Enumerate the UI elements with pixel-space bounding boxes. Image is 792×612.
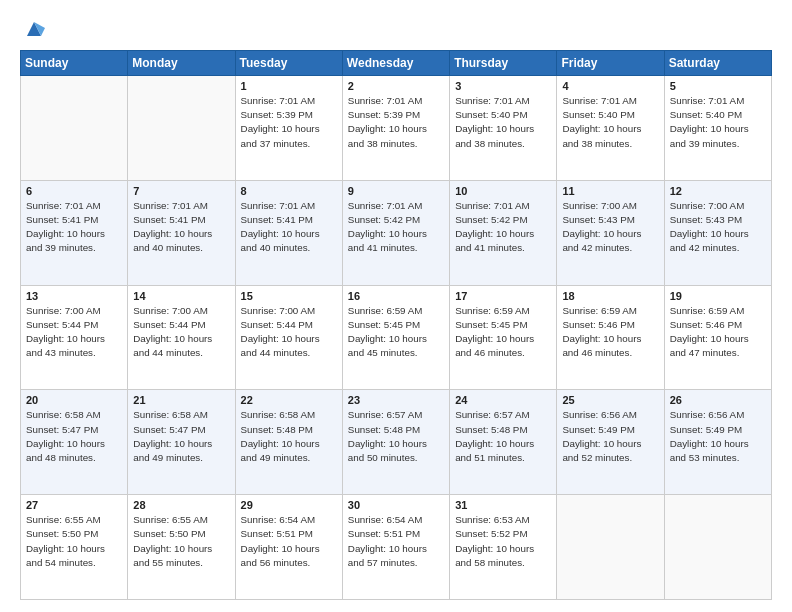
- calendar-day-cell: 9Sunrise: 7:01 AM Sunset: 5:42 PM Daylig…: [342, 180, 449, 285]
- day-number: 29: [241, 499, 337, 511]
- day-info: Sunrise: 6:59 AM Sunset: 5:46 PM Dayligh…: [670, 304, 766, 361]
- day-number: 26: [670, 394, 766, 406]
- calendar-day-cell: 18Sunrise: 6:59 AM Sunset: 5:46 PM Dayli…: [557, 285, 664, 390]
- calendar-day-cell: 12Sunrise: 7:00 AM Sunset: 5:43 PM Dayli…: [664, 180, 771, 285]
- calendar-body: 1Sunrise: 7:01 AM Sunset: 5:39 PM Daylig…: [21, 76, 772, 600]
- day-info: Sunrise: 7:00 AM Sunset: 5:44 PM Dayligh…: [26, 304, 122, 361]
- day-number: 27: [26, 499, 122, 511]
- day-number: 4: [562, 80, 658, 92]
- calendar-day-cell: 25Sunrise: 6:56 AM Sunset: 5:49 PM Dayli…: [557, 390, 664, 495]
- weekday-header: Friday: [557, 51, 664, 76]
- day-number: 15: [241, 290, 337, 302]
- logo: [20, 18, 45, 40]
- weekday-header: Sunday: [21, 51, 128, 76]
- calendar-day-cell: 8Sunrise: 7:01 AM Sunset: 5:41 PM Daylig…: [235, 180, 342, 285]
- calendar-day-cell: 30Sunrise: 6:54 AM Sunset: 5:51 PM Dayli…: [342, 495, 449, 600]
- weekday-header-row: SundayMondayTuesdayWednesdayThursdayFrid…: [21, 51, 772, 76]
- day-info: Sunrise: 7:01 AM Sunset: 5:41 PM Dayligh…: [241, 199, 337, 256]
- calendar-day-cell: 11Sunrise: 7:00 AM Sunset: 5:43 PM Dayli…: [557, 180, 664, 285]
- day-info: Sunrise: 7:01 AM Sunset: 5:40 PM Dayligh…: [455, 94, 551, 151]
- calendar-day-cell: 2Sunrise: 7:01 AM Sunset: 5:39 PM Daylig…: [342, 76, 449, 181]
- calendar-day-cell: 10Sunrise: 7:01 AM Sunset: 5:42 PM Dayli…: [450, 180, 557, 285]
- weekday-header: Wednesday: [342, 51, 449, 76]
- day-info: Sunrise: 7:00 AM Sunset: 5:43 PM Dayligh…: [562, 199, 658, 256]
- calendar-day-cell: 4Sunrise: 7:01 AM Sunset: 5:40 PM Daylig…: [557, 76, 664, 181]
- calendar-day-cell: 21Sunrise: 6:58 AM Sunset: 5:47 PM Dayli…: [128, 390, 235, 495]
- day-info: Sunrise: 6:53 AM Sunset: 5:52 PM Dayligh…: [455, 513, 551, 570]
- calendar-week-row: 1Sunrise: 7:01 AM Sunset: 5:39 PM Daylig…: [21, 76, 772, 181]
- day-number: 31: [455, 499, 551, 511]
- day-number: 16: [348, 290, 444, 302]
- day-info: Sunrise: 7:01 AM Sunset: 5:41 PM Dayligh…: [26, 199, 122, 256]
- calendar-day-cell: 5Sunrise: 7:01 AM Sunset: 5:40 PM Daylig…: [664, 76, 771, 181]
- weekday-header: Tuesday: [235, 51, 342, 76]
- day-number: 6: [26, 185, 122, 197]
- day-info: Sunrise: 6:55 AM Sunset: 5:50 PM Dayligh…: [26, 513, 122, 570]
- calendar-week-row: 13Sunrise: 7:00 AM Sunset: 5:44 PM Dayli…: [21, 285, 772, 390]
- day-number: 21: [133, 394, 229, 406]
- calendar-day-cell: 20Sunrise: 6:58 AM Sunset: 5:47 PM Dayli…: [21, 390, 128, 495]
- day-info: Sunrise: 7:01 AM Sunset: 5:41 PM Dayligh…: [133, 199, 229, 256]
- day-info: Sunrise: 6:57 AM Sunset: 5:48 PM Dayligh…: [455, 408, 551, 465]
- day-number: 10: [455, 185, 551, 197]
- day-number: 8: [241, 185, 337, 197]
- day-info: Sunrise: 7:00 AM Sunset: 5:43 PM Dayligh…: [670, 199, 766, 256]
- calendar-day-cell: 24Sunrise: 6:57 AM Sunset: 5:48 PM Dayli…: [450, 390, 557, 495]
- day-number: 19: [670, 290, 766, 302]
- calendar-day-cell: [21, 76, 128, 181]
- calendar-day-cell: 3Sunrise: 7:01 AM Sunset: 5:40 PM Daylig…: [450, 76, 557, 181]
- day-info: Sunrise: 6:58 AM Sunset: 5:48 PM Dayligh…: [241, 408, 337, 465]
- calendar-day-cell: 1Sunrise: 7:01 AM Sunset: 5:39 PM Daylig…: [235, 76, 342, 181]
- day-info: Sunrise: 7:00 AM Sunset: 5:44 PM Dayligh…: [133, 304, 229, 361]
- header: [20, 18, 772, 40]
- day-number: 30: [348, 499, 444, 511]
- day-info: Sunrise: 7:01 AM Sunset: 5:42 PM Dayligh…: [455, 199, 551, 256]
- calendar-header: SundayMondayTuesdayWednesdayThursdayFrid…: [21, 51, 772, 76]
- calendar-day-cell: 13Sunrise: 7:00 AM Sunset: 5:44 PM Dayli…: [21, 285, 128, 390]
- day-info: Sunrise: 6:55 AM Sunset: 5:50 PM Dayligh…: [133, 513, 229, 570]
- day-number: 24: [455, 394, 551, 406]
- calendar-day-cell: 27Sunrise: 6:55 AM Sunset: 5:50 PM Dayli…: [21, 495, 128, 600]
- day-info: Sunrise: 7:01 AM Sunset: 5:39 PM Dayligh…: [241, 94, 337, 151]
- calendar-day-cell: 16Sunrise: 6:59 AM Sunset: 5:45 PM Dayli…: [342, 285, 449, 390]
- day-info: Sunrise: 7:00 AM Sunset: 5:44 PM Dayligh…: [241, 304, 337, 361]
- weekday-header: Saturday: [664, 51, 771, 76]
- day-number: 1: [241, 80, 337, 92]
- logo-icon: [23, 18, 45, 40]
- day-info: Sunrise: 6:58 AM Sunset: 5:47 PM Dayligh…: [26, 408, 122, 465]
- day-number: 9: [348, 185, 444, 197]
- day-number: 7: [133, 185, 229, 197]
- calendar-day-cell: [128, 76, 235, 181]
- weekday-header: Thursday: [450, 51, 557, 76]
- calendar-day-cell: 17Sunrise: 6:59 AM Sunset: 5:45 PM Dayli…: [450, 285, 557, 390]
- day-info: Sunrise: 6:59 AM Sunset: 5:45 PM Dayligh…: [348, 304, 444, 361]
- calendar-day-cell: 23Sunrise: 6:57 AM Sunset: 5:48 PM Dayli…: [342, 390, 449, 495]
- day-info: Sunrise: 6:57 AM Sunset: 5:48 PM Dayligh…: [348, 408, 444, 465]
- calendar-day-cell: 31Sunrise: 6:53 AM Sunset: 5:52 PM Dayli…: [450, 495, 557, 600]
- page: SundayMondayTuesdayWednesdayThursdayFrid…: [0, 0, 792, 612]
- calendar-week-row: 27Sunrise: 6:55 AM Sunset: 5:50 PM Dayli…: [21, 495, 772, 600]
- day-info: Sunrise: 7:01 AM Sunset: 5:40 PM Dayligh…: [562, 94, 658, 151]
- day-number: 13: [26, 290, 122, 302]
- day-info: Sunrise: 6:56 AM Sunset: 5:49 PM Dayligh…: [562, 408, 658, 465]
- calendar-day-cell: 28Sunrise: 6:55 AM Sunset: 5:50 PM Dayli…: [128, 495, 235, 600]
- day-info: Sunrise: 7:01 AM Sunset: 5:39 PM Dayligh…: [348, 94, 444, 151]
- day-number: 23: [348, 394, 444, 406]
- day-info: Sunrise: 7:01 AM Sunset: 5:42 PM Dayligh…: [348, 199, 444, 256]
- day-number: 11: [562, 185, 658, 197]
- day-info: Sunrise: 7:01 AM Sunset: 5:40 PM Dayligh…: [670, 94, 766, 151]
- day-number: 12: [670, 185, 766, 197]
- day-info: Sunrise: 6:59 AM Sunset: 5:45 PM Dayligh…: [455, 304, 551, 361]
- day-info: Sunrise: 6:54 AM Sunset: 5:51 PM Dayligh…: [348, 513, 444, 570]
- day-info: Sunrise: 6:59 AM Sunset: 5:46 PM Dayligh…: [562, 304, 658, 361]
- calendar-day-cell: [664, 495, 771, 600]
- calendar-day-cell: 26Sunrise: 6:56 AM Sunset: 5:49 PM Dayli…: [664, 390, 771, 495]
- day-number: 28: [133, 499, 229, 511]
- day-info: Sunrise: 6:56 AM Sunset: 5:49 PM Dayligh…: [670, 408, 766, 465]
- day-number: 20: [26, 394, 122, 406]
- day-number: 17: [455, 290, 551, 302]
- calendar-day-cell: 7Sunrise: 7:01 AM Sunset: 5:41 PM Daylig…: [128, 180, 235, 285]
- calendar-day-cell: [557, 495, 664, 600]
- day-number: 14: [133, 290, 229, 302]
- calendar-day-cell: 15Sunrise: 7:00 AM Sunset: 5:44 PM Dayli…: [235, 285, 342, 390]
